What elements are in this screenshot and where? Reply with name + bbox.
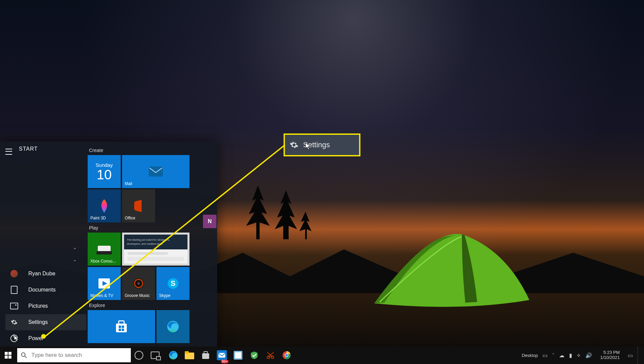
svg-text:S: S xyxy=(171,279,176,287)
gear-icon xyxy=(5,319,23,326)
show-desktop-button[interactable] xyxy=(638,346,641,364)
meet-now-icon[interactable]: ▭ xyxy=(543,352,548,359)
tile-groove-music[interactable]: Groove Music xyxy=(122,267,155,300)
search-input[interactable] xyxy=(31,352,131,359)
calendar-daynum: 10 xyxy=(97,168,112,181)
taskbar-app-mail[interactable]: 99+ xyxy=(214,346,230,364)
tile-paint3d-label: Paint 3D xyxy=(90,216,106,220)
taskbar: 99+ Desktop ▭ ˄ ☁ ▮ ⟡ 🔊 5:23 PM 1/10/202… xyxy=(0,346,644,364)
search-icon xyxy=(17,352,31,358)
windows-logo-icon xyxy=(5,352,11,359)
tile-live-webpage[interactable]: The leading job board for designers,deve… xyxy=(122,233,189,266)
taskbar-edge[interactable] xyxy=(165,346,181,364)
taskbar-app-snip[interactable] xyxy=(262,346,279,364)
svg-rect-8 xyxy=(127,257,184,261)
svg-rect-19 xyxy=(122,326,124,328)
svg-rect-21 xyxy=(122,329,124,331)
desktop-icon-onenote[interactable]: N xyxy=(203,215,216,228)
mail-badge: 99+ xyxy=(221,360,229,363)
rail-pictures-label: Pictures xyxy=(28,303,48,309)
system-tray: Desktop ▭ ˄ ☁ ▮ ⟡ 🔊 5:23 PM 1/10/2021 ▭ xyxy=(522,346,644,364)
start-menu: START ⌄ ⌄ Ryan Dube Documents Pictures S… xyxy=(0,142,217,346)
svg-line-24 xyxy=(25,356,27,358)
svg-rect-18 xyxy=(119,326,121,328)
tile-xbox-label: Xbox Conso... xyxy=(90,259,116,264)
volume-icon[interactable]: 🔊 xyxy=(585,352,592,359)
systray-desktop-label[interactable]: Desktop xyxy=(522,353,538,358)
tile-office-label: Office xyxy=(125,216,135,220)
picture-icon xyxy=(5,303,23,309)
rail-settings[interactable]: Settings xyxy=(5,314,86,330)
start-title: START xyxy=(18,142,86,156)
cortana-button[interactable] xyxy=(131,346,147,364)
taskbar-search[interactable] xyxy=(17,348,131,362)
cursor-icon xyxy=(14,335,19,342)
expand-chevron-icon[interactable]: ⌄ xyxy=(18,241,86,253)
battery-icon[interactable]: ▮ xyxy=(569,352,572,359)
rail-settings-label: Settings xyxy=(28,319,48,325)
svg-rect-0 xyxy=(149,166,163,177)
start-button[interactable] xyxy=(0,346,16,364)
wallpaper-trees xyxy=(243,182,317,239)
onedrive-icon[interactable]: ☁ xyxy=(559,352,564,359)
svg-point-23 xyxy=(22,353,25,357)
webpage-preview: The leading job board for designers,deve… xyxy=(122,233,189,266)
tile-edge[interactable] xyxy=(156,310,189,343)
taskbar-file-explorer[interactable] xyxy=(181,346,198,364)
tile-paint3d[interactable]: Paint 3D xyxy=(88,189,121,222)
tray-overflow-icon[interactable]: ˄ xyxy=(552,353,554,358)
svg-rect-27 xyxy=(185,351,189,354)
rail-pictures[interactable]: Pictures xyxy=(5,298,86,314)
tile-group-create: Create xyxy=(89,148,213,153)
clock-time: 5:23 PM xyxy=(600,350,620,355)
tile-skype[interactable]: S Skype xyxy=(156,267,189,300)
tile-mail[interactable]: Mail xyxy=(122,155,189,188)
taskbar-app-security[interactable] xyxy=(246,346,262,364)
svg-rect-3 xyxy=(124,235,187,249)
svg-rect-6 xyxy=(124,249,187,264)
tile-skype-label: Skype xyxy=(159,293,170,298)
task-view-button[interactable] xyxy=(147,346,163,364)
tile-xbox[interactable]: Xbox Conso... xyxy=(88,233,121,266)
taskbar-running-apps: 99+ xyxy=(165,346,295,364)
taskbar-chrome[interactable] xyxy=(279,346,295,364)
taskbar-clock[interactable]: 5:23 PM 1/10/2021 xyxy=(597,350,623,360)
rail-user-account[interactable]: Ryan Dube xyxy=(5,266,86,282)
start-tiles: Create Sunday 10 Mail Paint 3D xyxy=(86,142,217,346)
svg-rect-20 xyxy=(119,329,121,331)
tile-office[interactable]: Office xyxy=(122,189,155,222)
svg-rect-17 xyxy=(119,321,124,324)
store-icon xyxy=(88,310,155,343)
tile-movies-tv[interactable]: Movies & TV xyxy=(88,267,121,300)
wifi-icon[interactable]: ⟡ xyxy=(577,352,581,358)
tile-groove-label: Groove Music xyxy=(125,293,150,298)
start-left-column: START ⌄ ⌄ Ryan Dube Documents Pictures S… xyxy=(18,142,86,346)
rail-documents-label: Documents xyxy=(28,287,56,293)
svg-rect-16 xyxy=(116,324,127,332)
tile-group-play: Play xyxy=(89,225,213,231)
svg-point-13 xyxy=(137,282,140,285)
expand-chevron-icon[interactable]: ⌄ xyxy=(18,253,86,266)
tile-movies-label: Movies & TV xyxy=(90,293,113,298)
svg-rect-2 xyxy=(96,251,112,254)
rail-documents[interactable]: Documents xyxy=(5,282,86,298)
svg-rect-33 xyxy=(235,352,241,358)
hamburger-button[interactable] xyxy=(0,144,18,159)
taskview-icon xyxy=(151,352,159,359)
svg-rect-31 xyxy=(218,353,225,358)
tile-ms-store[interactable] xyxy=(88,310,155,343)
svg-rect-28 xyxy=(202,353,209,359)
taskbar-app-notes[interactable] xyxy=(230,346,246,364)
taskbar-store[interactable] xyxy=(198,346,214,364)
cortana-icon xyxy=(135,351,143,360)
svg-point-40 xyxy=(285,354,288,357)
avatar-icon xyxy=(5,270,23,277)
clock-date: 1/10/2021 xyxy=(600,355,620,360)
annotation-dot xyxy=(41,334,46,339)
document-icon xyxy=(5,286,23,294)
wallpaper-tent xyxy=(361,216,536,310)
notifications-icon[interactable]: ▭ xyxy=(628,352,633,359)
tile-calendar[interactable]: Sunday 10 xyxy=(88,155,121,188)
edge-icon xyxy=(156,310,189,343)
tile-mail-label: Mail xyxy=(125,181,132,186)
